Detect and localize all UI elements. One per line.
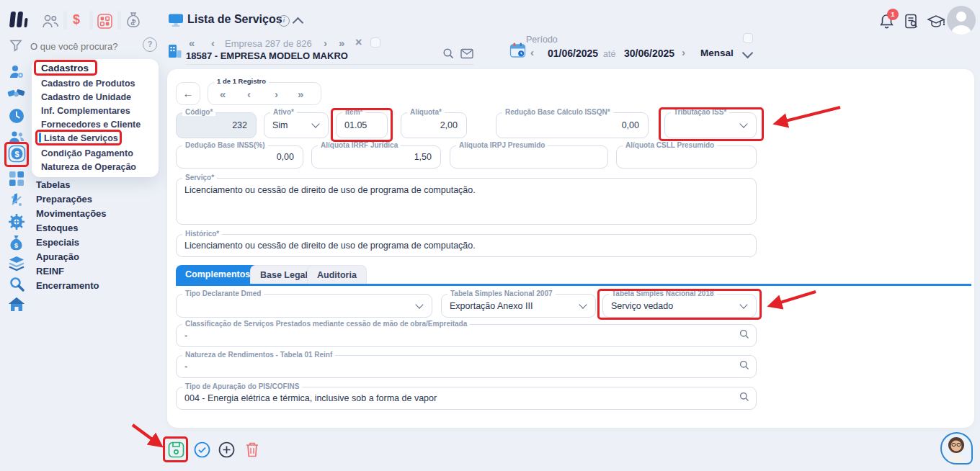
period-checkbox[interactable] [743, 33, 753, 43]
sidebar-item-encerramento[interactable]: Encerramento [36, 280, 99, 291]
sidebar-handshake-icon[interactable] [7, 86, 26, 104]
calculator-module-icon[interactable] [97, 14, 112, 32]
item-field[interactable]: Item* 01.05 [336, 112, 388, 138]
period-prev-button[interactable]: ‹ [530, 46, 534, 58]
document-search-icon[interactable] [904, 14, 919, 32]
save-button[interactable] [168, 441, 184, 461]
menu-item-cadastro-unidade[interactable]: Cadastro de Unidade [41, 92, 131, 102]
sidebar-item-apuracao[interactable]: Apuração [36, 251, 79, 262]
historico-textarea[interactable]: Histórico* Licenciamento ou cessão de di… [176, 234, 757, 257]
calendar-icon [509, 42, 526, 61]
menu-item-natureza-operacao[interactable]: Natureza de Operação [41, 162, 136, 172]
sidebar-gear-icon[interactable] [8, 213, 25, 233]
chevron-down-icon [579, 300, 587, 308]
filter-icon[interactable] [9, 39, 22, 55]
period-mode-chevron-down-icon[interactable] [742, 48, 754, 59]
natureza-rendimentos-field[interactable]: Natureza de Rendimentos - Tabela 01 Rein… [176, 355, 757, 378]
sidebar-item-estoques[interactable]: Estoques [36, 223, 79, 233]
menu-item-condicao-pagamento[interactable]: Condição Pagamento [41, 148, 133, 158]
record-prev-button[interactable]: ‹ [247, 88, 251, 100]
sidebar-item-especiais[interactable]: Especiais [36, 237, 79, 248]
topbar-separator [63, 11, 67, 30]
sidebar-money-bag-icon[interactable]: $ [9, 235, 24, 254]
company-close-icon[interactable]: × [355, 36, 362, 49]
company-first-button[interactable]: « [189, 37, 195, 49]
sidebar-user-settings-icon[interactable] [8, 63, 25, 84]
chevron-down-icon [311, 120, 319, 127]
chevron-down-icon [415, 300, 423, 308]
period-end-date[interactable]: 30/06/2025 [624, 48, 674, 59]
menu-item-cadastro-produtos[interactable]: Cadastro de Produtos [41, 78, 135, 89]
notifications-bell-icon[interactable]: 1 [878, 13, 895, 33]
search-input[interactable] [29, 37, 140, 55]
servico-textarea[interactable]: Serviço* Licenciamento ou cessão de dire… [176, 178, 757, 225]
tributacao-iss-select[interactable]: Tributação ISS* [664, 112, 757, 138]
app-logo-icon[interactable] [10, 12, 30, 27]
annotation-arrow-save [127, 421, 170, 455]
confirm-button[interactable] [194, 441, 210, 461]
tipo-apuracao-pis-cofins-field[interactable]: Tipo de Apuração do PIS/COFINS 004 - Ene… [176, 387, 757, 410]
menu-item-inf-complementares[interactable]: Inf. Complementares [41, 106, 130, 116]
sidebar-item-cadastros[interactable]: Cadastros [41, 63, 89, 73]
company-last-button[interactable]: » [339, 37, 344, 49]
sidebar-item-movimentacoes[interactable]: Movimentações [36, 208, 107, 219]
search-icon[interactable] [739, 392, 749, 405]
csll-presumido-field[interactable]: Alíquota CSLL Presumido [616, 145, 757, 169]
search-icon[interactable] [739, 329, 749, 342]
sidebar-item-reinf[interactable]: REINF [36, 266, 64, 277]
record-first-button[interactable]: « [220, 88, 226, 100]
period-start-date[interactable]: 01/06/2025 [548, 48, 598, 59]
graduation-cap-icon[interactable] [927, 14, 945, 33]
ativo-select[interactable]: Ativo* Sim [264, 112, 329, 138]
aliquota-field[interactable]: Alíquota* 2,00 [401, 112, 467, 138]
search-icon[interactable] [739, 360, 749, 373]
irpj-presumido-field[interactable]: Alíquota IRPJ Presumido [450, 145, 608, 169]
sidebar-calculator-icon[interactable] [9, 171, 24, 189]
back-button[interactable]: ← [176, 82, 200, 105]
menu-item-fornecedores-cliente[interactable]: Fornecedores e Cliente [41, 120, 141, 130]
simples-nacional-2018-select[interactable]: Tabela Simples Nacional 2018 Serviço ved… [602, 294, 757, 318]
active-menu-indicator [39, 133, 41, 143]
period-next-button[interactable]: › [682, 46, 685, 58]
period-label: Período [526, 35, 558, 45]
sidebar-item-preparacoes[interactable]: Preparações [36, 194, 92, 205]
user-avatar[interactable] [947, 6, 976, 35]
menu-item-lista-servicos[interactable]: Lista de Serviços [44, 133, 118, 143]
tab-complementos[interactable]: Complementos [176, 265, 259, 284]
cadastros-menu-panel [32, 59, 159, 177]
record-pager-label: 1 de 1 Registro [214, 77, 269, 85]
sidebar-item-tabelas[interactable]: Tabelas [36, 179, 70, 190]
sidebar-magnifier-icon[interactable] [9, 277, 24, 295]
reducao-issqn-field[interactable]: Redução Base Cálculo ISSQN* 0,00 [496, 112, 649, 138]
sidebar-clock-icon[interactable] [9, 108, 24, 127]
irrf-juridica-field[interactable]: Alíquota IRRF Jurídica 1,50 [311, 145, 441, 169]
support-chat-avatar[interactable] [940, 432, 973, 465]
info-icon[interactable]: i [278, 15, 290, 27]
company-next-button[interactable]: › [324, 37, 327, 49]
delete-button[interactable] [245, 441, 259, 461]
simples-nacional-2007-select[interactable]: Tabela Simples Nacional 2007 Exportação … [441, 294, 596, 318]
people-module-icon[interactable] [41, 12, 60, 32]
company-search-icon[interactable] [442, 48, 455, 63]
sidebar-home-icon[interactable] [8, 297, 25, 315]
tab-auditoria[interactable]: Auditoria [307, 265, 367, 284]
add-button[interactable] [218, 441, 235, 461]
company-checkbox[interactable] [370, 37, 380, 48]
sidebar-pen-rate-icon[interactable] [9, 193, 24, 212]
monitor-icon [168, 13, 184, 30]
dollar-module-icon[interactable]: $ [73, 12, 80, 27]
tab-underline [176, 284, 971, 286]
classificacao-servicos-field[interactable]: Classificação de Serviços Prestados medi… [176, 324, 757, 347]
record-last-button[interactable]: » [298, 88, 303, 100]
period-mode-select[interactable]: Mensal [700, 48, 734, 58]
deducao-inss-field[interactable]: Dedução Base INSS(%) 0,00 [176, 145, 303, 169]
tipo-declarante-dmed-select[interactable]: Tipo Declarante Dmed [176, 294, 432, 318]
collapse-chevron-up-icon[interactable] [293, 17, 304, 29]
money-bag-module-icon[interactable] [125, 12, 141, 32]
help-icon[interactable]: ? [143, 37, 157, 52]
sidebar-layers-icon[interactable] [8, 256, 25, 274]
record-next-button[interactable]: › [275, 88, 278, 100]
company-prev-button[interactable]: ‹ [211, 37, 215, 49]
sidebar-services-dollar-icon[interactable]: $ [8, 145, 26, 166]
envelope-icon[interactable] [460, 48, 473, 62]
